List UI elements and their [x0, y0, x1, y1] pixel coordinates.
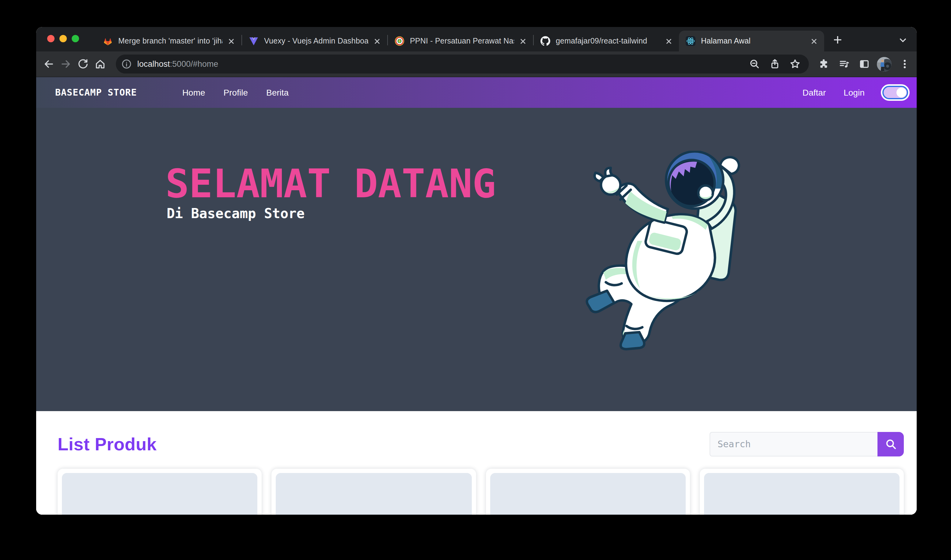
tab-close-icon[interactable] [372, 36, 382, 46]
web-page: BASECAMP STORE Home Profile Berita Dafta… [36, 77, 917, 515]
products-heading: List Produk [58, 434, 157, 454]
hero-section: SELAMAT DATANG Di Basecamp Store [36, 108, 917, 411]
product-image-placeholder [276, 473, 472, 515]
share-icon[interactable] [766, 56, 782, 72]
tab-gitlab[interactable]: Merge branch 'master' into 'jiha [96, 31, 242, 51]
tab-title: Halaman Awal [701, 37, 805, 45]
tab-title: Vuexy - Vuejs Admin Dashboard [264, 37, 368, 45]
address-bar[interactable]: localhost:5000/#home [116, 55, 809, 74]
react-icon [686, 36, 696, 46]
tabs: Merge branch 'master' into 'jiha Vuexy -… [96, 31, 824, 51]
tab-github[interactable]: gemafajar09/react-tailwind [534, 31, 679, 51]
hero-subtitle: Di Basecamp Store [167, 206, 305, 222]
hero-title: SELAMAT DATANG [165, 164, 496, 203]
github-icon [540, 36, 550, 46]
product-image-placeholder [490, 473, 686, 515]
url-path: :5000/#home [170, 59, 219, 69]
search-bar [709, 432, 904, 457]
tab-title: PPNI - Persatuan Perawat Nasio [410, 37, 514, 45]
toolbar-right-icons [815, 55, 913, 72]
theme-toggle[interactable] [882, 86, 908, 99]
tab-close-icon[interactable] [663, 36, 674, 46]
product-card[interactable] [486, 469, 690, 515]
site-brand[interactable]: BASECAMP STORE [55, 87, 137, 98]
product-card[interactable] [700, 469, 904, 515]
tab-vuexy[interactable]: Vuexy - Vuejs Admin Dashboard [242, 31, 387, 51]
tab-close-icon[interactable] [809, 36, 819, 46]
browser-toolbar: localhost:5000/#home [36, 51, 917, 77]
address-bar-icons [746, 56, 803, 72]
product-image-placeholder [704, 473, 900, 515]
theme-toggle-knob [896, 88, 906, 97]
product-card[interactable] [58, 469, 262, 515]
nav-links: Home Profile Berita [182, 88, 289, 97]
nav-right: Daftar Login [802, 86, 908, 99]
window-zoom-button[interactable] [72, 35, 79, 42]
zoom-icon[interactable] [746, 56, 762, 72]
search-button[interactable] [877, 432, 904, 457]
tab-list-chevron-down-icon[interactable] [896, 34, 909, 46]
browser-menu-dots-icon[interactable] [896, 55, 913, 72]
tab-close-icon[interactable] [518, 36, 528, 46]
window-controls [47, 35, 79, 42]
products-header: List Produk [58, 431, 904, 457]
url-host: localhost [137, 59, 170, 69]
tab-title: Merge branch 'master' into 'jiha [118, 37, 222, 45]
nav-link-berita[interactable]: Berita [266, 88, 289, 97]
extensions-puzzle-icon[interactable] [815, 55, 832, 72]
home-button[interactable] [91, 55, 108, 72]
site-navbar: BASECAMP STORE Home Profile Berita Dafta… [36, 77, 917, 108]
gitlab-icon [103, 36, 113, 46]
back-button[interactable] [40, 55, 57, 72]
vuexy-icon [249, 36, 259, 46]
search-icon [885, 439, 896, 450]
profile-avatar[interactable] [876, 55, 893, 72]
tab-close-icon[interactable] [226, 36, 237, 46]
window-close-button[interactable] [47, 35, 55, 42]
media-playlist-icon[interactable] [835, 55, 853, 72]
tab-ppni[interactable]: PPNI - Persatuan Perawat Nasio [388, 31, 533, 51]
nav-link-login[interactable]: Login [843, 88, 865, 97]
bookmark-star-icon[interactable] [787, 56, 803, 72]
url-text[interactable]: localhost:5000/#home [137, 59, 746, 69]
product-card-list [58, 469, 904, 515]
astronaut-illustration [579, 151, 749, 352]
window-minimize-button[interactable] [60, 35, 67, 42]
ppni-icon [395, 36, 405, 46]
product-card[interactable] [272, 469, 476, 515]
search-input[interactable] [709, 432, 877, 457]
reload-button[interactable] [74, 55, 91, 72]
tab-strip: Merge branch 'master' into 'jiha Vuexy -… [36, 27, 917, 51]
tab-halaman-awal-active[interactable]: Halaman Awal [679, 31, 824, 51]
product-image-placeholder [62, 473, 258, 515]
tab-title: gemafajar09/react-tailwind [556, 37, 660, 45]
nav-link-daftar[interactable]: Daftar [802, 88, 826, 97]
forward-button[interactable] [57, 55, 74, 72]
nav-link-profile[interactable]: Profile [224, 88, 248, 97]
side-panel-icon[interactable] [856, 55, 873, 72]
nav-link-home[interactable]: Home [182, 88, 205, 97]
new-tab-button[interactable] [830, 32, 845, 47]
products-section: List Produk [36, 411, 917, 515]
screen: Merge branch 'master' into 'jiha Vuexy -… [0, 0, 951, 560]
browser-window: Merge branch 'master' into 'jiha Vuexy -… [36, 27, 917, 515]
site-info-icon[interactable] [121, 59, 132, 69]
